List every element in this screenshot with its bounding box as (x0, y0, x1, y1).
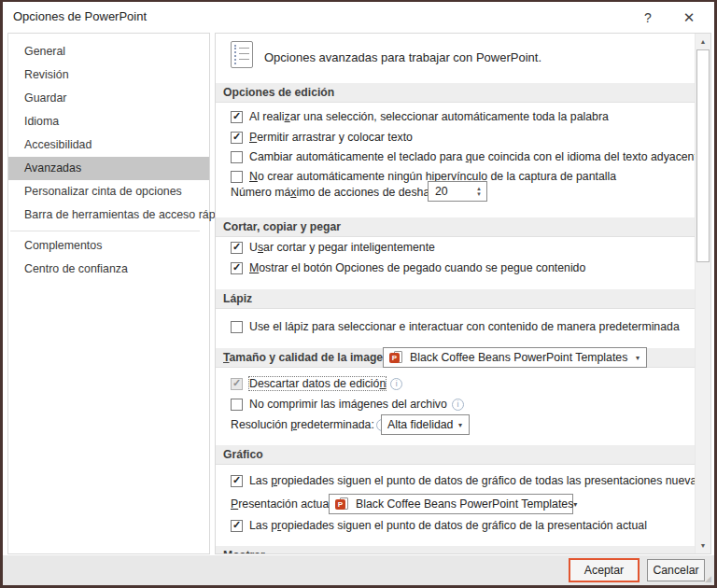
sidebar-item-barra-acceso-rapido[interactable]: Barra de herramientas de acceso rápido (8, 203, 209, 227)
checkbox[interactable] (231, 321, 243, 333)
vertical-scrollbar[interactable]: ▲ ▼ (695, 34, 710, 553)
check-mark: ✓ (232, 377, 242, 389)
checkbox-row-smart-cut-paste: ✓ Usar cortar y pegar inteligentemente (231, 239, 691, 256)
label-text: Número má (231, 186, 290, 199)
label-text: Al reali (249, 110, 285, 123)
checkbox-label[interactable]: Use el lápiz para seleccionar e interact… (249, 320, 680, 333)
section-grafico: Gráfico (216, 445, 695, 465)
checkbox[interactable] (231, 399, 243, 411)
check-mark: ✓ (232, 110, 242, 122)
label-text: No comprimir las imágenes del archivo (249, 398, 447, 411)
checkbox[interactable]: ✓ (231, 242, 243, 254)
checkbox[interactable] (231, 151, 243, 163)
dialog-title: Opciones de PowerPoint (13, 9, 147, 23)
checkbox-row-drag-drop: ✓ Permitir arrastrar y colocar texto (231, 129, 691, 146)
section-opciones-edicion: Opciones de edición (216, 83, 695, 103)
label-text: ue coincida con el idioma del texto adya… (472, 150, 695, 163)
default-resolution-row: Resolución predeterminada: i Alta fideli… (231, 414, 691, 435)
label-text: ropiedades siguen el punto de datos de g… (277, 474, 695, 487)
undo-max-value[interactable]: 20 (435, 185, 448, 198)
scroll-up-icon[interactable]: ▲ (696, 34, 710, 49)
current-presentation-label: Presentación actual: (231, 497, 334, 511)
checkbox-row-chart-all-new: ✓ Las propiedades siguen el punto de dat… (231, 472, 691, 489)
section-mostrar: Mostrar (216, 546, 695, 553)
scrollbar-thumb[interactable] (696, 49, 710, 262)
advanced-options-icon (231, 41, 253, 68)
label-accel: P (249, 131, 257, 144)
sidebar-item-accesibilidad[interactable]: Accesibilidad (8, 133, 209, 157)
sidebar-item-revision[interactable]: Revisión (8, 63, 209, 87)
sidebar-item-complementos[interactable]: Complementos (8, 234, 209, 258)
sidebar-item-idioma[interactable]: Idioma (8, 110, 209, 133)
image-target-document-select[interactable]: P Black Coffee Beans PowerPoint Template… (383, 347, 647, 368)
label-accel: n (379, 377, 386, 390)
sidebar-divider (10, 231, 200, 231)
checkbox-label[interactable]: Al realizar una selección, seleccionar a… (249, 110, 609, 123)
chevron-down-icon: ▾ (636, 348, 640, 368)
section-tamano-calidad-imagen: Tamaño y calidad de la imagen P Black Co… (216, 348, 695, 368)
powerpoint-file-icon: P (389, 351, 404, 365)
label-accel: N (249, 170, 258, 183)
info-icon[interactable]: i (452, 399, 464, 411)
category-sidebar: General Revisión Guardar Idioma Accesibi… (7, 33, 210, 554)
section-lapiz: Lápiz (216, 289, 695, 309)
title-bar: Opciones de PowerPoint ? ✕ (3, 2, 714, 32)
sidebar-item-guardar[interactable]: Guardar (8, 87, 209, 110)
checkbox[interactable]: ✓ (231, 475, 243, 487)
spin-down-icon[interactable]: ▼ (476, 191, 482, 197)
label-text: Las p (249, 519, 277, 532)
combo-value: Black Coffee Beans PowerPoint Templates (356, 497, 573, 511)
label-text: U (249, 241, 258, 254)
default-resolution-select[interactable]: Alta fidelidad ▾ (381, 414, 470, 435)
sidebar-item-centro-confianza[interactable]: Centro de confianza (8, 258, 209, 281)
label-accel: M (249, 261, 259, 274)
sidebar-item-avanzadas[interactable]: Avanzadas (8, 157, 209, 180)
checkbox[interactable] (231, 171, 243, 183)
dialog-footer: Aceptar Cancelar ◢ (3, 555, 714, 585)
checkbox-label[interactable]: Las propiedades siguen el punto de datos… (249, 519, 647, 532)
checkbox[interactable]: ✓ (231, 520, 243, 532)
resolution-label: Resolución predeterminada: (231, 418, 374, 431)
checkbox-label[interactable]: Cambiar automáticamente el teclado para … (249, 150, 695, 163)
checkbox[interactable]: ✓ (231, 262, 243, 274)
resize-grip[interactable]: ◢ (705, 574, 711, 583)
undo-max-stepper[interactable]: 20 ▲ ▼ (428, 181, 487, 202)
close-icon[interactable]: ✕ (677, 7, 701, 28)
checkbox-label[interactable]: No comprimir las imágenes del archivo (249, 398, 447, 411)
scroll-down-icon[interactable]: ▼ (696, 538, 710, 553)
current-presentation-select[interactable]: P Black Coffee Beans PowerPoint Template… (329, 494, 573, 514)
label-accel: q (466, 150, 472, 163)
label-text: ar cortar y pegar inteligentemente (263, 241, 435, 254)
checkbox-label[interactable]: Mostrar el botón Opciones de pegado cuan… (249, 261, 585, 274)
current-presentation-row: Presentación actual: P Black Coffee Bean… (231, 494, 691, 514)
chevron-down-icon: ▾ (458, 421, 462, 429)
sidebar-item-personalizar-cinta[interactable]: Personalizar cinta de opciones (8, 180, 209, 203)
sidebar-item-general[interactable]: General (8, 40, 209, 63)
label-text: ar una selección, seleccionar automática… (290, 110, 609, 123)
checkbox-row-pen-default: Use el lápiz para seleccionar e interact… (231, 318, 691, 335)
checkbox-row-switch-keyboard: Cambiar automáticamente el teclado para … (231, 148, 691, 165)
checkbox-row-discard-editing-data: ✓ Descartar datos de edición i (231, 375, 691, 392)
checkbox[interactable]: ✓ (231, 111, 243, 123)
checkbox-row-no-compress-images: No comprimir las imágenes del archivo i (231, 396, 691, 413)
checkbox[interactable]: ✓ (231, 132, 243, 144)
checkbox-label[interactable]: Descartar datos de edición (249, 377, 386, 390)
label-text: Use el lápiz para seleccionar e interact… (249, 320, 680, 333)
checkbox-row-chart-current: ✓ Las propiedades siguen el punto de dat… (231, 517, 691, 534)
cancel-button[interactable]: Cancelar (647, 559, 705, 581)
combo-value: Alta fidelidad (387, 418, 453, 431)
checkbox[interactable]: ✓ (231, 378, 243, 390)
checkbox-label[interactable]: Permitir arrastrar y colocar texto (249, 131, 413, 144)
label-text: Cambiar automáticamente el teclado para (249, 150, 466, 163)
help-icon[interactable]: ? (636, 7, 660, 28)
check-mark: ✓ (232, 241, 242, 253)
check-mark: ✓ (232, 131, 242, 143)
label-text: Descartar datos de edició (249, 377, 379, 390)
checkbox-label[interactable]: Las propiedades siguen el punto de datos… (249, 474, 695, 487)
info-icon[interactable]: i (390, 378, 402, 390)
accept-button[interactable]: Aceptar (569, 558, 640, 582)
label-text: opiedades siguen el punto de datos de gr… (281, 519, 647, 532)
checkbox-label[interactable]: Usar cortar y pegar inteligentemente (249, 241, 435, 254)
label-text: ostrar el botón Opciones de pegado cuand… (259, 261, 585, 274)
page-description: Opciones avanzadas para trabajar con Pow… (264, 50, 541, 64)
